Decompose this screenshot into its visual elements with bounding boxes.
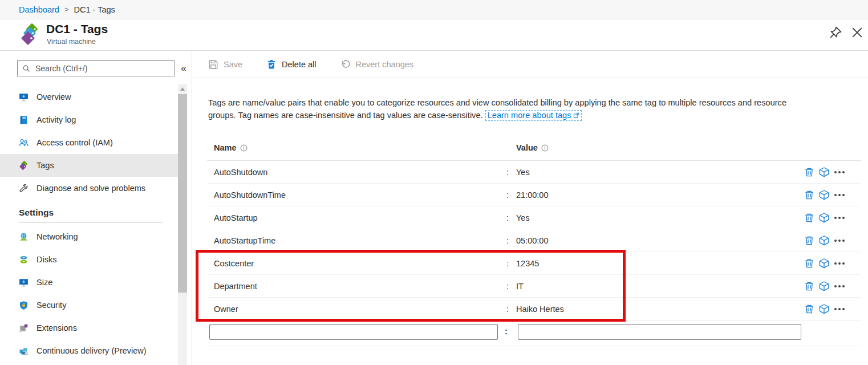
wrench-icon: [19, 184, 29, 193]
sidebar-item-label: Continuous delivery (Preview): [36, 346, 147, 355]
sidebar-item-networking[interactable]: Networking: [0, 225, 179, 248]
tag-value: IT: [516, 282, 524, 291]
delete-tag-icon[interactable]: [804, 281, 815, 292]
breadcrumb-current: DC1 - Tags: [74, 5, 115, 14]
sidebar-item-label: Size: [36, 278, 52, 287]
more-options-icon[interactable]: [834, 285, 846, 287]
breadcrumb: Dashboard > DC1 - Tags: [0, 0, 868, 19]
info-icon[interactable]: [240, 144, 248, 152]
colon-separator: :: [506, 213, 509, 222]
shield-lock-icon: [19, 301, 29, 310]
delete-tag-icon[interactable]: [804, 303, 815, 315]
resource-cube-icon[interactable]: [818, 303, 830, 315]
page-title: DC1 - Tags: [46, 22, 108, 36]
delete-tag-icon[interactable]: [804, 212, 815, 224]
sidebar-item-continuous-delivery[interactable]: Continuous delivery (Preview): [0, 339, 179, 362]
delete-all-button[interactable]: Delete all: [266, 59, 316, 70]
scrollbar-thumb[interactable]: [178, 94, 187, 293]
table-row-highlighted: Owner : Haiko Hertes: [207, 298, 861, 321]
row-actions: [804, 189, 846, 201]
sidebar-item-label: Disks: [36, 255, 56, 264]
search-input[interactable]: [35, 64, 169, 73]
breadcrumb-dashboard-link[interactable]: Dashboard: [19, 5, 59, 14]
resource-cube-icon[interactable]: [818, 258, 830, 269]
sidebar-item-diagnose[interactable]: Diagnose and solve problems: [0, 177, 179, 200]
boxes-icon: [19, 346, 29, 356]
sidebar-item-access-control[interactable]: Access control (IAM): [0, 131, 179, 154]
scroll-up-arrow-icon[interactable]: [180, 87, 185, 91]
sidebar-scrollbar[interactable]: [178, 84, 187, 365]
tag-name: AutoShutdown: [214, 168, 267, 177]
sidebar-collapse-button[interactable]: «: [176, 60, 191, 76]
settings-divider: [19, 222, 163, 223]
tag-name: Owner: [214, 305, 238, 314]
sidebar-item-tags[interactable]: Tags: [0, 154, 179, 177]
revert-changes-button[interactable]: Revert changes: [340, 59, 414, 70]
learn-more-link[interactable]: Learn more about tags: [485, 110, 582, 121]
delete-tag-icon[interactable]: [804, 235, 815, 246]
table-row-highlighted: Costcenter : 12345: [207, 252, 861, 275]
sidebar-item-activity-log[interactable]: Activity log: [0, 108, 179, 131]
more-options-icon[interactable]: [834, 217, 846, 219]
learn-more-label: Learn more about tags: [488, 111, 571, 120]
sidebar-item-disks[interactable]: Disks: [0, 248, 179, 271]
resource-cube-icon[interactable]: [818, 167, 830, 178]
pin-icon[interactable]: [828, 25, 843, 40]
new-tag-name-input[interactable]: [209, 324, 498, 340]
external-link-icon: [573, 110, 579, 123]
sidebar-item-size[interactable]: Size: [0, 271, 179, 294]
close-icon[interactable]: [850, 25, 865, 40]
new-tag-value-input[interactable]: [518, 324, 801, 340]
info-icon[interactable]: [541, 144, 549, 152]
sidebar-item-label: Tags: [36, 161, 54, 170]
value-column-header: Value: [516, 143, 549, 152]
row-actions: [804, 212, 846, 224]
undo-icon: [340, 59, 351, 70]
breadcrumb-separator: >: [64, 5, 69, 14]
sidebar-item-overview[interactable]: Overview: [0, 86, 179, 108]
people-icon: [19, 138, 29, 148]
tags-icon: [19, 161, 29, 171]
tags-table: Name Value AutoShutdown : Yes AutoShutdo…: [207, 140, 861, 321]
name-column-header: Name: [214, 143, 248, 152]
resource-cube-icon[interactable]: [818, 212, 830, 224]
save-icon: [208, 59, 218, 70]
table-row: AutoStartupTime : 05:00:00: [207, 229, 861, 252]
sidebar-item-extensions[interactable]: Extensions: [0, 317, 179, 339]
delete-tag-icon[interactable]: [804, 258, 815, 269]
tag-name: AutoStartup: [214, 213, 258, 222]
row-divider: [207, 346, 861, 346]
settings-heading: Settings: [19, 208, 179, 222]
sidebar-item-security[interactable]: Security: [0, 294, 179, 317]
colon-separator: :: [506, 190, 509, 200]
more-options-icon[interactable]: [834, 308, 846, 310]
tag-value: 21:00:00: [516, 190, 548, 200]
tag-value: 12345: [516, 259, 539, 268]
more-options-icon[interactable]: [834, 194, 846, 196]
sidebar-item-label: Extensions: [36, 323, 77, 332]
save-label: Save: [224, 60, 242, 69]
resource-cube-icon[interactable]: [818, 189, 830, 201]
more-options-icon[interactable]: [834, 240, 846, 242]
search-icon: [22, 64, 31, 73]
colon-separator: :: [506, 168, 509, 177]
sidebar-search[interactable]: [17, 60, 175, 76]
sidebar-item-label: Overview: [36, 92, 71, 102]
resource-cube-icon[interactable]: [818, 235, 830, 246]
save-button[interactable]: Save: [208, 59, 242, 70]
row-actions: [804, 258, 846, 269]
delete-tag-icon[interactable]: [804, 189, 815, 201]
delete-tag-icon[interactable]: [804, 167, 815, 178]
resource-cube-icon[interactable]: [818, 281, 830, 292]
more-options-icon[interactable]: [834, 171, 846, 173]
tag-name: AutoShutdownTime: [214, 190, 286, 200]
table-row: AutoStartup : Yes: [207, 206, 861, 229]
colon-separator: :: [505, 327, 508, 336]
table-header: Name Value: [207, 140, 861, 161]
monitor-icon: [19, 92, 29, 102]
row-actions: [804, 303, 846, 315]
sidebar-item-label: Security: [36, 301, 66, 310]
more-options-icon[interactable]: [834, 262, 846, 265]
book-icon: [19, 115, 29, 125]
row-actions: [804, 235, 846, 246]
